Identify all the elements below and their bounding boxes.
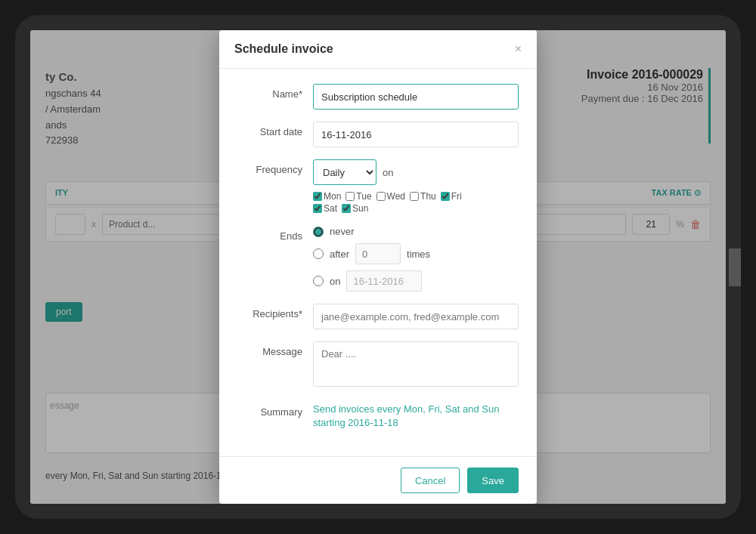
ends-never-option: never	[313, 226, 519, 237]
ends-after-radio[interactable]	[313, 248, 324, 259]
modal-title: Schedule invoice	[234, 42, 333, 56]
day-wed[interactable]: Wed	[376, 191, 405, 202]
ends-on-date-input[interactable]	[346, 270, 422, 292]
modal-footer: Cancel Save	[219, 456, 537, 504]
day-wed-checkbox[interactable]	[376, 192, 386, 201]
name-input[interactable]	[313, 84, 519, 110]
name-label: Name*	[237, 84, 313, 100]
summary-row: Summary Send invoices every Mon, Fri, Sa…	[237, 402, 519, 429]
day-sun[interactable]: Sun	[342, 203, 368, 214]
device-frame: ty Co. ngschans 44 / Amsterdam ands 7229…	[15, 15, 741, 519]
ends-on-radio[interactable]	[313, 276, 324, 286]
start-date-label: Start date	[237, 122, 313, 137]
start-date-control	[313, 122, 519, 147]
day-thu[interactable]: Thu	[410, 191, 436, 202]
frequency-control: Daily Weekly Monthly on Mon	[313, 159, 519, 214]
day-sun-checkbox[interactable]	[342, 204, 351, 213]
screen: ty Co. ngschans 44 / Amsterdam ands 7229…	[30, 30, 726, 504]
day-tue-checkbox[interactable]	[345, 192, 355, 201]
day-sat[interactable]: Sat	[313, 203, 337, 214]
side-button	[729, 248, 741, 286]
name-control	[313, 84, 519, 110]
frequency-label: Frequency	[237, 159, 313, 175]
summary-control: Send invoices every Mon, Fri, Sat and Su…	[313, 402, 519, 429]
ends-label: Ends	[237, 226, 313, 242]
on-label: on	[383, 167, 393, 178]
ends-after-option: after times	[313, 243, 519, 264]
message-textarea[interactable]	[313, 341, 519, 387]
modal-overlay: Schedule invoice × Name* Start date	[30, 30, 726, 504]
start-date-input[interactable]	[313, 122, 519, 147]
message-label: Message	[237, 341, 313, 357]
day-sat-checkbox[interactable]	[313, 204, 322, 213]
ends-never-label: never	[330, 226, 355, 237]
summary-label: Summary	[237, 402, 313, 418]
message-control	[313, 341, 519, 390]
recipients-row: Recipients*	[237, 304, 519, 329]
cancel-button[interactable]: Cancel	[401, 468, 460, 493]
ends-after-input[interactable]	[355, 243, 401, 264]
frequency-select[interactable]: Daily Weekly Monthly	[313, 159, 376, 185]
day-thu-checkbox[interactable]	[410, 192, 419, 201]
recipients-label: Recipients*	[237, 304, 313, 319]
recipients-input[interactable]	[313, 304, 519, 329]
ends-on-label: on	[330, 276, 340, 287]
days-row-2: Sat Sun	[313, 203, 462, 214]
frequency-inner-row: Daily Weekly Monthly on Mon	[313, 159, 519, 214]
day-mon[interactable]: Mon	[313, 191, 341, 202]
ends-after-label: after	[330, 248, 349, 260]
recipients-control	[313, 304, 519, 329]
frequency-row: Frequency Daily Weekly Monthly on	[237, 159, 519, 214]
day-fri-checkbox[interactable]	[441, 192, 450, 201]
ends-options: never after times on	[313, 226, 519, 292]
name-row: Name*	[237, 84, 519, 110]
ends-times-label: times	[407, 248, 430, 260]
start-date-row: Start date	[237, 122, 519, 147]
day-mon-checkbox[interactable]	[313, 192, 322, 201]
modal-close-button[interactable]: ×	[515, 43, 522, 55]
message-row: Message	[237, 341, 519, 390]
summary-link[interactable]: Send invoices every Mon, Fri, Sat and Su…	[313, 403, 499, 428]
ends-never-radio[interactable]	[313, 227, 324, 237]
days-row-1: Mon Tue Wed	[313, 191, 462, 202]
day-fri[interactable]: Fri	[441, 191, 462, 202]
modal-header: Schedule invoice ×	[219, 30, 537, 69]
modal-body: Name* Start date Frequency	[219, 69, 537, 456]
days-container: Mon Tue Wed	[313, 191, 462, 214]
save-button[interactable]: Save	[467, 468, 519, 493]
ends-control: never after times on	[313, 226, 519, 292]
day-tue[interactable]: Tue	[345, 191, 371, 202]
schedule-invoice-modal: Schedule invoice × Name* Start date	[219, 30, 537, 504]
ends-on-option: on	[313, 270, 519, 292]
ends-row: Ends never after	[237, 226, 519, 292]
